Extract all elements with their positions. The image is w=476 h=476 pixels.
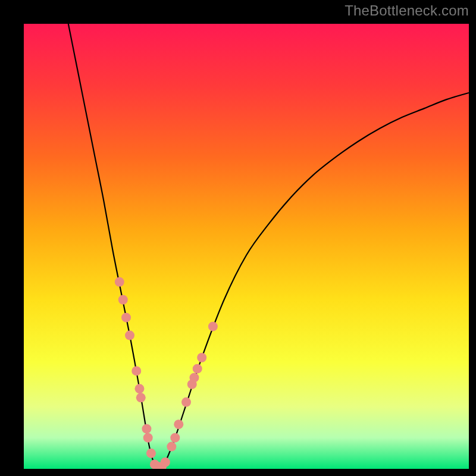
highlight-dot [197, 353, 206, 362]
plot-area [24, 24, 469, 469]
gradient-background [24, 24, 469, 469]
highlight-dot [174, 419, 183, 429]
highlight-dot [125, 331, 134, 340]
watermark-text: TheBottleneck.com [345, 2, 469, 19]
highlight-dot [115, 277, 124, 287]
highlight-dot [131, 366, 141, 375]
bottleneck-chart [24, 24, 469, 469]
highlight-dot [136, 393, 146, 402]
highlight-dot [146, 449, 156, 458]
highlight-dot [189, 373, 199, 383]
highlight-dot [121, 313, 131, 322]
highlight-dot [181, 397, 191, 407]
highlight-dot [118, 295, 128, 305]
highlight-dot [208, 322, 218, 331]
highlight-dot [143, 433, 153, 443]
highlight-dot [161, 458, 170, 467]
highlight-dot [167, 442, 176, 452]
highlight-dot [170, 433, 180, 443]
highlight-dot [142, 424, 151, 434]
chart-frame: TheBottleneck.com [0, 0, 476, 476]
highlight-dot [134, 384, 144, 393]
highlight-dot [193, 364, 202, 374]
